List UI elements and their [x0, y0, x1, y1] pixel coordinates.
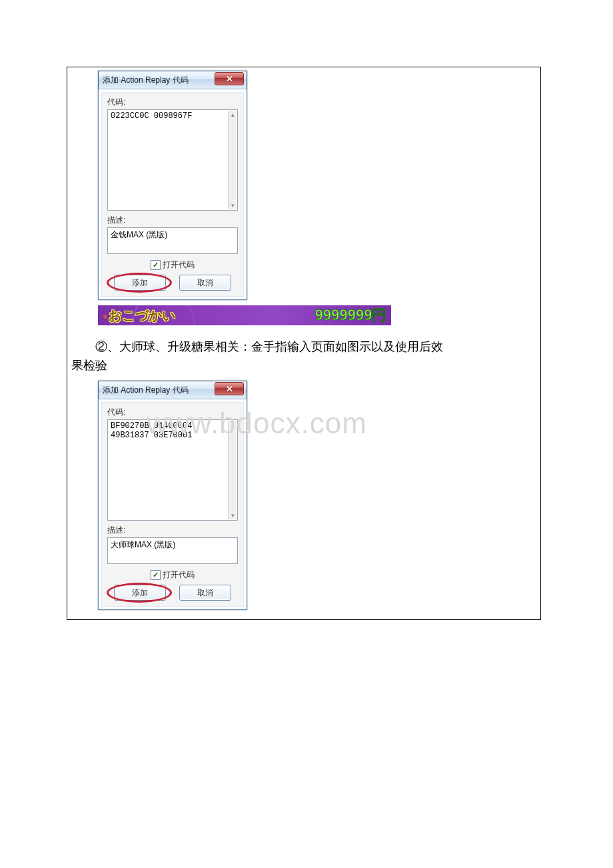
section-caption: ②、大师球、升级糖果相关：金手指输入页面如图示以及使用后效 果检验 [71, 337, 536, 375]
open-code-label: 打开代码 [163, 569, 195, 581]
open-code-checkbox[interactable]: ✓ [151, 260, 161, 270]
close-button[interactable]: ✕ [215, 382, 244, 395]
check-icon: ✓ [153, 571, 159, 579]
add-button-label: 添加 [132, 587, 148, 599]
code-textarea[interactable]: BF90270B 01400004 49B31837 03E70001 [107, 419, 238, 521]
cancel-button-label: 取消 [197, 587, 213, 599]
add-button[interactable]: 添加 [114, 275, 166, 291]
scroll-up-icon[interactable]: ▴ [229, 421, 237, 429]
scroll-down-icon[interactable]: ▾ [229, 511, 237, 519]
close-icon: ✕ [226, 75, 233, 83]
scrollbar[interactable]: ▴ ▾ [228, 111, 237, 209]
cancel-button-label: 取消 [197, 277, 213, 289]
open-code-label: 打开代码 [163, 259, 195, 271]
ar-code-dialog-2: 添加 Action Replay 代码 ✕ 代码: BF90270B 01400… [98, 381, 247, 610]
money-value: 9999999円 [314, 305, 386, 325]
code-label: 代码: [107, 97, 238, 108]
game-money-banner: おこづかい 9999999円 [98, 305, 391, 325]
code-textarea[interactable]: 0223CC0C 0098967F [107, 109, 238, 211]
scroll-down-icon[interactable]: ▾ [229, 201, 237, 209]
description-label: 描述: [107, 215, 238, 226]
dialog-title: 添加 Action Replay 代码 [103, 75, 189, 86]
dialog-titlebar[interactable]: 添加 Action Replay 代码 ✕ [98, 381, 247, 399]
money-label: おこづかい [103, 307, 175, 325]
close-icon: ✕ [226, 385, 233, 393]
ar-code-dialog-1: 添加 Action Replay 代码 ✕ 代码: 0223CC0C 00989… [98, 71, 247, 300]
dialog-titlebar[interactable]: 添加 Action Replay 代码 ✕ [98, 71, 247, 89]
code-label: 代码: [107, 407, 238, 418]
cancel-button[interactable]: 取消 [179, 275, 231, 291]
open-code-checkbox[interactable]: ✓ [151, 570, 161, 580]
cancel-button[interactable]: 取消 [179, 585, 231, 601]
check-icon: ✓ [153, 261, 159, 269]
close-button[interactable]: ✕ [215, 72, 244, 85]
document-cell: 添加 Action Replay 代码 ✕ 代码: 0223CC0C 00989… [67, 67, 541, 620]
add-button-label: 添加 [132, 277, 148, 289]
description-textarea[interactable]: 金钱MAX (黑版) [107, 227, 238, 254]
description-label: 描述: [107, 525, 238, 536]
add-button[interactable]: 添加 [114, 585, 166, 601]
description-textarea[interactable]: 大师球MAX (黑版) [107, 537, 238, 564]
scroll-up-icon[interactable]: ▴ [229, 111, 237, 119]
dialog-title: 添加 Action Replay 代码 [103, 385, 189, 396]
scrollbar[interactable]: ▴ ▾ [228, 421, 237, 519]
